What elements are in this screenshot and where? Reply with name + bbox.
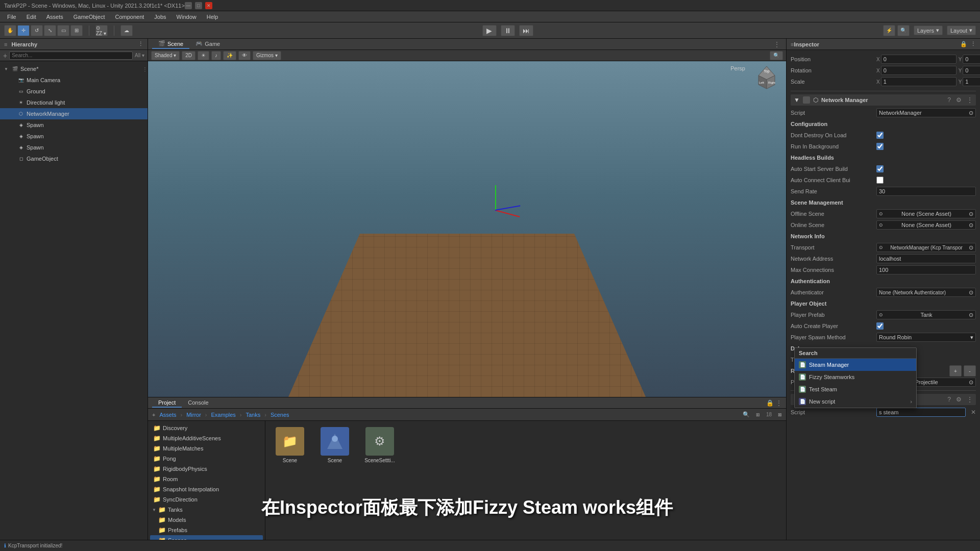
bottom-lock[interactable]: 🔒	[766, 399, 774, 407]
layout-dropdown[interactable]: Layout ▾	[947, 26, 976, 35]
breadcrumb-assets[interactable]: Assets	[159, 412, 176, 418]
script-search-field[interactable]	[876, 408, 966, 417]
scene-menu[interactable]: ⋮	[142, 66, 148, 72]
hierarchy-menu[interactable]: ⋮	[138, 41, 143, 47]
scale-y-field[interactable]	[963, 77, 980, 86]
project-size-large[interactable]: ⊠	[778, 412, 782, 417]
dropdown-new-script[interactable]: 📄 New script ›	[795, 395, 916, 408]
folder-room[interactable]: 📁Room	[150, 474, 263, 484]
script-dropdown-btn[interactable]: NetworkManager ⊙	[876, 108, 976, 117]
lighting-btn[interactable]: ☀	[198, 51, 209, 60]
hierarchy-all[interactable]: All ▾	[135, 53, 144, 58]
player-prefab-dropdown[interactable]: ⊙ Tank ⊙	[876, 310, 976, 319]
folder-models[interactable]: 📁Models	[150, 515, 263, 525]
bottom-options[interactable]: ⋮	[776, 399, 782, 407]
tab-scene[interactable]: 🎬 Scene	[152, 39, 189, 49]
network-manager-header[interactable]: ▼ ⬡ Network Manager ? ⚙ ⋮	[791, 94, 976, 106]
folder-pong[interactable]: 📁Pong	[150, 454, 263, 464]
view-options[interactable]: ⋮	[774, 41, 780, 48]
breadcrumb-scenes[interactable]: Scenes	[271, 412, 289, 418]
step-button[interactable]: ⏭	[519, 25, 533, 36]
project-add[interactable]: +	[152, 412, 155, 418]
hierarchy-network-manager[interactable]: ⬡ NetworkManager	[0, 108, 148, 119]
rot-x-field[interactable]	[881, 66, 957, 75]
auto-create-player-checkbox[interactable]	[876, 322, 884, 330]
maximize-button[interactable]: □	[195, 2, 202, 9]
scale-tool[interactable]: ⤡	[44, 25, 56, 36]
remove-spawnable[interactable]: -	[964, 365, 976, 377]
collab-btn[interactable]: ⚡	[883, 25, 895, 36]
transform-tool[interactable]: ⊞	[70, 25, 83, 36]
project-size-small[interactable]: ⊞	[756, 412, 760, 417]
add-spawnable[interactable]: +	[949, 365, 962, 377]
rect-tool[interactable]: ▭	[57, 25, 69, 36]
pause-button[interactable]: ⏸	[501, 25, 515, 36]
menu-file[interactable]: File	[3, 13, 20, 21]
hierarchy-scene[interactable]: ▼ 🎬 Scene* ⋮	[0, 63, 148, 74]
search-btn[interactable]: 🔍	[897, 25, 910, 36]
dropdown-steam-manager[interactable]: 📄 Steam Manager	[795, 359, 916, 371]
project-search[interactable]: 🔍	[743, 411, 750, 418]
breadcrumb-tanks[interactable]: Tanks	[246, 412, 260, 418]
auto-connect-checkbox[interactable]	[876, 177, 884, 184]
nm-checkbox[interactable]	[803, 96, 810, 104]
menu-jobs[interactable]: Jobs	[150, 13, 170, 21]
pos-y-field[interactable]	[963, 55, 980, 64]
nm-help[interactable]: ?	[947, 96, 951, 104]
hierarchy-spawn-3[interactable]: ◈ Spawn	[0, 142, 148, 153]
transport-dropdown[interactable]: ⊙ NetworkManager (Kcp Transpor ⊙	[876, 243, 976, 252]
hand-tool[interactable]: ✋	[4, 25, 16, 36]
player-spawn-dropdown[interactable]: Round Robin ▾	[876, 333, 976, 342]
rotate-tool[interactable]: ↺	[31, 25, 43, 36]
run-bg-checkbox[interactable]	[876, 143, 884, 150]
folder-prefabs[interactable]: 📁Prefabs	[150, 525, 263, 535]
sc-help[interactable]: ?	[947, 396, 951, 403]
authenticator-dropdown[interactable]: None (Network Authenticator) ⊙	[876, 288, 976, 297]
pos-x-field[interactable]	[881, 55, 957, 64]
fx-btn[interactable]: ✨	[223, 51, 236, 60]
auto-start-checkbox[interactable]	[876, 165, 884, 172]
hierarchy-add[interactable]: +	[3, 52, 7, 60]
menu-assets[interactable]: Assets	[42, 13, 67, 21]
hierarchy-gameobject[interactable]: ◻ GameObject	[0, 153, 148, 164]
pivot-center[interactable]: ⊙ ZZ ▾	[95, 25, 108, 36]
sc-settings[interactable]: ⚙	[956, 396, 962, 403]
menu-gameobject[interactable]: GameObject	[69, 13, 109, 21]
dropdown-fizzy-steamworks[interactable]: 📄 Fizzy Steamworks	[795, 371, 916, 383]
hidden-btn[interactable]: 👁	[238, 51, 251, 60]
close-button[interactable]: ✕	[205, 2, 212, 9]
gizmos-btn[interactable]: Gizmos ▾	[253, 51, 281, 60]
hierarchy-directional-light[interactable]: ☀ Directional light	[0, 97, 148, 108]
hierarchy-search[interactable]	[9, 52, 133, 60]
minimize-button[interactable]: —	[185, 2, 192, 9]
scene-view[interactable]: Persp Top Left Right	[148, 61, 786, 397]
scale-x-field[interactable]	[881, 77, 957, 86]
menu-window[interactable]: Window	[173, 13, 201, 21]
online-scene-dropdown[interactable]: ⊙ None (Scene Asset) ⊙	[876, 220, 976, 230]
perspective-btn[interactable]: 2D	[182, 51, 195, 60]
menu-edit[interactable]: Edit	[22, 13, 40, 21]
rot-y-field[interactable]	[963, 66, 980, 75]
cloud-btn[interactable]: ☁	[120, 25, 133, 36]
inspector-menu[interactable]: ⋮	[970, 41, 976, 47]
dropdown-test-steam[interactable]: 📄 Test Steam	[795, 383, 916, 395]
nm-settings[interactable]: ⚙	[956, 96, 962, 104]
asset-scene-folder[interactable]: 📁 Scene	[270, 425, 310, 465]
menu-component[interactable]: Component	[111, 13, 148, 21]
play-button[interactable]: ▶	[482, 25, 497, 36]
send-rate-field[interactable]	[876, 187, 976, 196]
tab-console[interactable]: Console	[182, 398, 214, 408]
breadcrumb-examples[interactable]: Examples	[211, 412, 236, 418]
menu-help[interactable]: Help	[203, 13, 223, 21]
move-tool[interactable]: ✛	[17, 25, 30, 36]
tab-project[interactable]: Project	[152, 398, 182, 408]
hierarchy-main-camera[interactable]: 📷 Main Camera	[0, 74, 148, 86]
hierarchy-spawn-1[interactable]: ◈ Spawn	[0, 119, 148, 131]
search-scene[interactable]: 🔍	[770, 51, 783, 60]
folder-discovery[interactable]: 📁Discovery	[150, 423, 263, 433]
dont-destroy-checkbox[interactable]	[876, 132, 884, 139]
shading-btn[interactable]: Shaded ▾	[151, 51, 180, 60]
layers-dropdown[interactable]: Layers ▾	[914, 26, 943, 35]
sc-menu[interactable]: ⋮	[967, 396, 973, 403]
audio-btn[interactable]: ♪	[211, 51, 221, 60]
